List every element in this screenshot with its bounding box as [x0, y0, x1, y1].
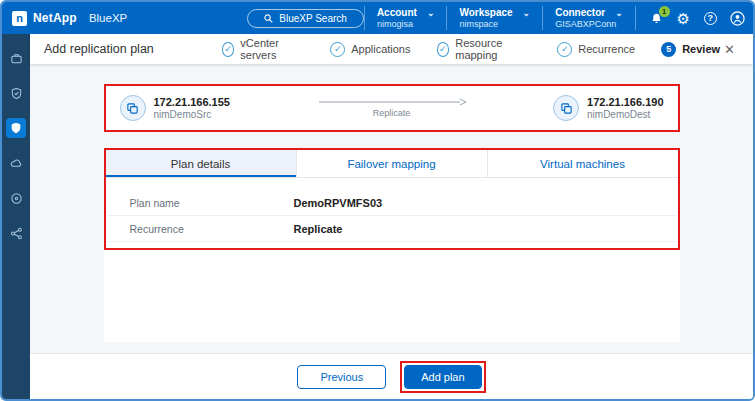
target-name: nimDemoDest	[587, 109, 663, 120]
step-applications[interactable]: ✓ Applications	[330, 42, 410, 57]
workspace-menu-value: nimspace	[459, 19, 530, 29]
source-ip: 172.21.166.155	[154, 96, 230, 108]
tab-plan-details[interactable]: Plan details	[106, 150, 297, 177]
target-icon	[10, 192, 23, 205]
wizard-steps: ✓ vCenter servers ✓ Applications ✓ Resou…	[222, 37, 720, 61]
brand-name: NetApp	[33, 11, 77, 25]
cloud-icon	[10, 157, 23, 170]
step-label: Recurrence	[578, 43, 635, 55]
table-row: Plan name DemoRPVMFS03	[108, 190, 676, 216]
sidebar-item-mobility[interactable]	[6, 153, 26, 173]
share-icon	[10, 227, 23, 240]
step-resource-mapping[interactable]: ✓ Resource mapping	[437, 37, 532, 61]
target-host-icon	[553, 95, 579, 121]
sidebar-item-protection-active[interactable]	[6, 118, 26, 138]
netapp-logo-icon: n	[12, 11, 27, 26]
sidebar-item-governance[interactable]	[6, 188, 26, 208]
review-tabs: Plan details Failover mapping Virtual ma…	[106, 150, 678, 178]
sidebar-item-extensions[interactable]	[6, 223, 26, 243]
connector-menu-value: GISABXPConn	[555, 19, 623, 29]
arrow-right-icon	[317, 98, 467, 106]
briefcase-icon	[10, 52, 23, 65]
top-header: n NetApp BlueXP BlueXP Search Account⌄ n…	[2, 2, 753, 34]
chevron-down-icon: ⌄	[427, 8, 435, 18]
page-title: Add replication plan	[44, 42, 222, 56]
search-label: BlueXP Search	[279, 13, 347, 24]
plan-details-rows: Plan name DemoRPVMFS03 Recurrence Replic…	[106, 178, 678, 248]
chevron-down-icon: ⌄	[615, 8, 623, 18]
account-menu-value: nimogisa	[377, 19, 435, 29]
add-plan-highlight: Add plan	[400, 361, 485, 393]
close-icon[interactable]: ✕	[720, 40, 739, 59]
settings-button[interactable]: ⚙	[675, 10, 692, 27]
brand: n NetApp BlueXP	[12, 11, 127, 26]
connector-menu[interactable]: Connector⌄ GISABXPConn	[542, 6, 635, 30]
tab-virtual-machines[interactable]: Virtual machines	[488, 150, 678, 177]
gear-icon: ⚙	[676, 11, 689, 26]
review-content: 172.21.166.155 nimDemoSrc Replicate	[30, 64, 753, 353]
step-review[interactable]: 5 Review	[661, 42, 720, 57]
notifications-button[interactable]: 1	[648, 10, 665, 27]
step-check-icon: ✓	[557, 42, 572, 57]
step-recurrence[interactable]: ✓ Recurrence	[557, 42, 635, 57]
step-number: 5	[661, 42, 676, 57]
source-name: nimDemoSrc	[154, 109, 230, 120]
review-panel: Plan details Failover mapping Virtual ma…	[104, 148, 680, 342]
connector-menu-label: Connector	[555, 7, 605, 18]
target-ip: 172.21.166.190	[587, 96, 663, 108]
step-check-icon: ✓	[330, 42, 345, 57]
left-navigation	[2, 34, 30, 399]
recurrence-value: Replicate	[294, 223, 343, 235]
replication-summary-card: 172.21.166.155 nimDemoSrc Replicate	[104, 84, 680, 132]
sidebar-item-health[interactable]	[6, 83, 26, 103]
header-right: Account⌄ nimogisa Workspace⌄ nimspace Co…	[364, 2, 746, 34]
chevron-down-icon: ⌄	[523, 8, 531, 18]
source-host: 172.21.166.155 nimDemoSrc	[120, 95, 230, 121]
step-check-icon: ✓	[222, 42, 235, 57]
plan-details-section: Plan details Failover mapping Virtual ma…	[104, 148, 680, 250]
step-check-icon: ✓	[437, 42, 450, 57]
user-icon	[730, 11, 745, 26]
workspace-menu-label: Workspace	[459, 7, 512, 18]
source-host-icon	[120, 95, 146, 121]
shield-icon	[10, 122, 22, 134]
step-label: Review	[682, 43, 720, 55]
brand-product: BlueXP	[89, 12, 127, 24]
plan-name-label: Plan name	[108, 197, 294, 209]
wizard-header: Add replication plan ✓ vCenter servers ✓…	[30, 34, 753, 64]
step-label: Applications	[351, 43, 410, 55]
help-icon: ?	[704, 12, 717, 25]
account-menu[interactable]: Account⌄ nimogisa	[364, 6, 447, 30]
plan-name-value: DemoRPVMFS03	[294, 197, 383, 209]
global-search[interactable]: BlueXP Search	[247, 9, 364, 28]
search-icon	[264, 14, 273, 23]
wizard-footer: Previous Add plan	[30, 353, 753, 399]
header-icons: 1 ⚙ ?	[635, 6, 746, 30]
workspace-menu[interactable]: Workspace⌄ nimspace	[446, 6, 542, 30]
step-label: Resource mapping	[455, 37, 531, 61]
previous-button[interactable]: Previous	[297, 365, 386, 389]
tab-failover-mapping[interactable]: Failover mapping	[297, 150, 488, 177]
app-window: n NetApp BlueXP BlueXP Search Account⌄ n…	[0, 0, 755, 401]
sidebar-item-workloads[interactable]	[6, 48, 26, 68]
arrow-label: Replicate	[373, 108, 411, 118]
replicate-direction: Replicate	[230, 98, 553, 118]
step-vcenter-servers[interactable]: ✓ vCenter servers	[222, 37, 305, 61]
account-menu-label: Account	[377, 7, 417, 18]
shield-check-icon	[10, 87, 23, 100]
table-row: Recurrence Replicate	[108, 216, 676, 242]
help-button[interactable]: ?	[702, 10, 719, 27]
user-menu-button[interactable]	[729, 10, 746, 27]
recurrence-label: Recurrence	[108, 223, 294, 235]
target-host: 172.21.166.190 nimDemoDest	[553, 95, 663, 121]
step-label: vCenter servers	[240, 37, 304, 61]
panel-empty-area	[104, 250, 680, 342]
notification-badge: 1	[659, 6, 670, 17]
add-plan-button[interactable]: Add plan	[404, 365, 481, 389]
